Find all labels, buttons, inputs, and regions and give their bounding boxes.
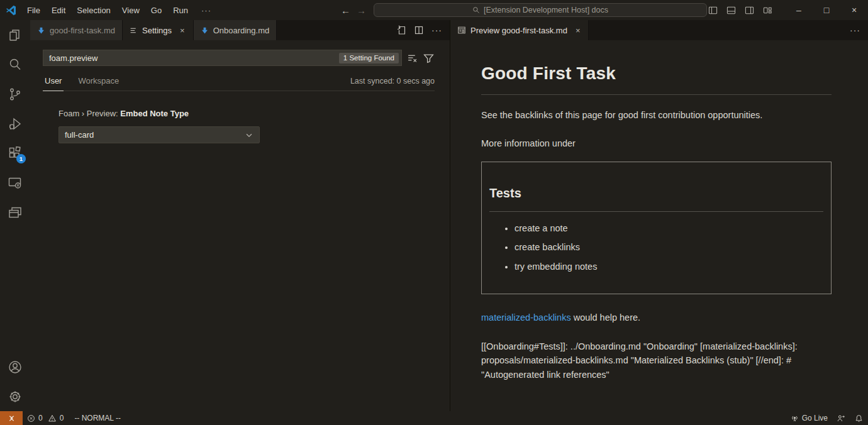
settings-editor-icon: [130, 26, 138, 35]
settings-search-value: foam.preview: [49, 53, 97, 63]
setting-row-embed-note-type: Foam › Preview: Embed Note Type full-car…: [43, 109, 435, 143]
navigate-forward-icon[interactable]: →: [357, 5, 366, 16]
accounts-icon[interactable]: [0, 352, 30, 382]
tab-good-first-task[interactable]: good-first-task.md: [30, 20, 123, 40]
split-editor-icon[interactable]: [414, 25, 424, 35]
close-tab-icon[interactable]: ×: [179, 26, 186, 35]
search-icon: [472, 6, 480, 14]
settings-search-input[interactable]: foam.preview 1 Setting Found: [43, 50, 402, 66]
explorer-icon[interactable]: [0, 20, 30, 50]
embed-note-type-select[interactable]: full-card: [58, 126, 260, 143]
navigate-back-icon[interactable]: ←: [341, 5, 350, 16]
remote-explorer-icon[interactable]: [0, 168, 30, 197]
preview-paragraph: materialized-backlinks would help here.: [481, 311, 832, 325]
vscode-logo-icon: [0, 5, 21, 16]
editor-group-right: Preview good-first-task.md × ··· Good Fi…: [450, 20, 868, 411]
clear-settings-search-icon[interactable]: [406, 52, 418, 64]
tab-strip-right: Preview good-first-task.md × ···: [450, 20, 868, 40]
open-settings-json-icon[interactable]: [396, 25, 406, 35]
select-value: full-card: [65, 130, 94, 140]
markdown-preview: Good First Task See the backlinks of thi…: [450, 40, 868, 411]
go-live-button[interactable]: Go Live: [786, 411, 832, 425]
broadcast-icon: [791, 414, 799, 422]
remote-icon: [8, 414, 16, 422]
scope-tab-user[interactable]: User: [43, 76, 64, 91]
extensions-icon[interactable]: 1: [0, 138, 30, 168]
settings-count-badge: 1 Setting Found: [339, 53, 399, 63]
status-bar: 0 0 -- NORMAL -- Go Live: [0, 411, 868, 425]
settings-editor: foam.preview 1 Setting Found: [30, 40, 450, 411]
remote-indicator[interactable]: [0, 411, 23, 425]
menu-run[interactable]: Run: [167, 6, 194, 15]
markdown-file-icon: [37, 26, 45, 35]
more-actions-icon[interactable]: ···: [850, 25, 860, 35]
command-center-search[interactable]: [Extension Development Host] docs: [374, 3, 707, 17]
tab-preview-good-first-task[interactable]: Preview good-first-task.md ×: [450, 20, 589, 40]
tab-strip-left: good-first-task.md Settings × Onboarding…: [30, 20, 450, 40]
close-tab-icon[interactable]: ×: [574, 26, 582, 35]
windows-stack-icon[interactable]: [0, 197, 30, 227]
settings-gear-icon[interactable]: [0, 382, 30, 411]
preview-paragraph: See the backlinks of this page for good …: [481, 109, 832, 123]
embedded-note-list: create a note create backlinks try embed…: [489, 222, 823, 274]
error-icon: [27, 414, 35, 422]
markdown-preview-icon: [457, 26, 466, 35]
feedback-icon[interactable]: [832, 411, 850, 425]
run-debug-icon[interactable]: [0, 109, 30, 138]
toggle-secondary-sidebar-icon[interactable]: [743, 4, 755, 16]
setting-title: Foam › Preview: Embed Note Type: [58, 109, 435, 118]
customize-layout-icon[interactable]: [762, 4, 774, 16]
link-references-paragraph: [[Onboarding#Tests]]: ../Onboarding.md "…: [481, 339, 832, 383]
minimize-button[interactable]: –: [785, 0, 813, 20]
window-close-button[interactable]: ×: [840, 0, 868, 20]
command-center-text: [Extension Development Host] docs: [484, 6, 608, 14]
chevron-down-icon: [245, 131, 253, 140]
list-item: create backlinks: [515, 241, 823, 255]
settings-scope-tabs: User Workspace Last synced: 0 secs ago: [43, 71, 435, 91]
editor-group-left: good-first-task.md Settings × Onboarding…: [30, 20, 450, 411]
source-control-icon[interactable]: [0, 79, 30, 109]
menu-selection[interactable]: Selection: [71, 6, 116, 15]
search-icon[interactable]: [0, 50, 30, 79]
warning-icon: [48, 414, 57, 422]
preview-paragraph: More information under: [481, 137, 832, 151]
embedded-note-card: Tests create a note create backlinks try…: [481, 162, 832, 294]
markdown-file-icon: [201, 26, 209, 35]
embedded-note-title: Tests: [489, 184, 823, 212]
toggle-panel-icon[interactable]: [725, 4, 737, 16]
last-synced-label: Last synced: 0 secs ago: [350, 77, 435, 91]
menu-view[interactable]: View: [116, 6, 145, 15]
menu-go[interactable]: Go: [145, 6, 167, 15]
materialized-backlinks-link[interactable]: materialized-backlinks: [481, 312, 571, 323]
activity-bar: 1: [0, 20, 30, 411]
list-item: try embedding notes: [515, 260, 823, 274]
menu-more-icon[interactable]: ···: [194, 6, 219, 15]
list-item: create a note: [515, 222, 823, 236]
extensions-badge: 1: [16, 154, 26, 163]
title-bar: File Edit Selection View Go Run ··· ← → …: [0, 0, 868, 20]
menu-edit[interactable]: Edit: [46, 6, 71, 15]
problems-indicator[interactable]: 0 0: [23, 411, 68, 425]
more-actions-icon[interactable]: ···: [431, 25, 442, 35]
preview-title: Good First Task: [481, 60, 832, 95]
toggle-sidebar-icon[interactable]: [707, 4, 719, 16]
maximize-button[interactable]: □: [813, 0, 840, 20]
menu-file[interactable]: File: [21, 6, 46, 15]
vim-mode-indicator: -- NORMAL --: [68, 411, 125, 425]
scope-tab-workspace[interactable]: Workspace: [76, 76, 121, 91]
vscode-window: File Edit Selection View Go Run ··· ← → …: [0, 0, 868, 425]
notifications-bell-icon[interactable]: [850, 411, 868, 425]
tab-settings[interactable]: Settings ×: [123, 20, 194, 40]
tab-onboarding[interactable]: Onboarding.md: [194, 20, 277, 40]
filter-settings-icon[interactable]: [423, 52, 435, 64]
